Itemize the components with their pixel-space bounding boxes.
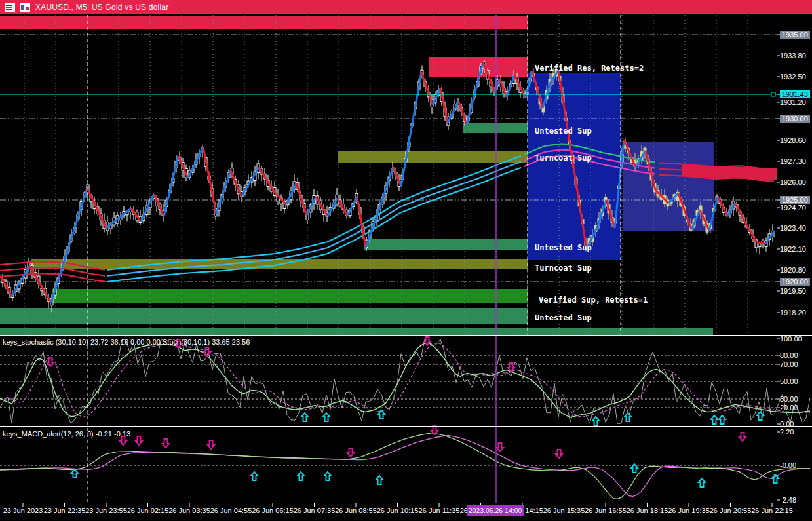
current-price-label[interactable]: 1931.43 — [780, 90, 810, 98]
zone-annotation: Turncoat Sup — [535, 153, 592, 163]
up-arrow-marker — [719, 415, 725, 424]
chart-type-icon[interactable] — [20, 3, 30, 12]
up-arrow-marker — [592, 417, 599, 425]
zone-verified-sup-1[interactable] — [52, 289, 528, 303]
price-axis-label[interactable]: 1922.10 — [780, 245, 806, 253]
price-axis-label[interactable]: 1935.00 — [780, 31, 810, 39]
time-axis-label[interactable]: 26 Jun 10:15 — [377, 507, 419, 514]
price-axis-label[interactable]: 1918.20 — [780, 309, 806, 317]
time-axis-label[interactable]: 26 Jun 18:15 — [627, 507, 668, 514]
price-axis-label[interactable]: 80.00 — [780, 351, 798, 359]
chart-title-bar: XAUUSD., M5: US Gold vs US dollar — [0, 0, 812, 14]
chart-canvas[interactable] — [0, 0, 812, 521]
chart-title: XAUUSD., M5: US Gold vs US dollar — [35, 3, 168, 12]
zone-untested-sup-2[interactable] — [364, 239, 528, 250]
stochastic-indicator-label: keys_stochastic (30,10,10) 23.72 36.16 0… — [3, 338, 250, 346]
time-axis-label[interactable]: 26 Jun 07:35 — [294, 507, 336, 514]
up-arrow-marker — [699, 478, 705, 487]
down-arrow-marker — [47, 358, 54, 366]
price-axis-label[interactable]: 1933.80 — [780, 52, 806, 60]
price-axis-label[interactable]: 1924.70 — [780, 204, 806, 212]
price-axis-label[interactable]: 1931.20 — [780, 98, 806, 106]
time-axis-label[interactable]: 23 Jun 2023 — [3, 507, 43, 514]
down-arrow-marker — [556, 450, 562, 458]
chart-list-icon[interactable] — [5, 3, 15, 12]
price-axis-label[interactable]: 70.00 — [780, 360, 798, 368]
price-axis-label[interactable]: 1932.50 — [780, 73, 806, 81]
time-axis-label[interactable]: 26 Jun 20:55 — [710, 507, 752, 514]
time-axis-label[interactable]: 26 Jun 19:35 — [668, 507, 710, 514]
time-axis-label[interactable]: 26 Jun 03:35 — [168, 507, 210, 514]
price-axis-label[interactable]: 1925.00 — [780, 196, 810, 204]
mt4-chart-window: XAUUSD., M5: US Gold vs US dollar keys_s… — [0, 0, 812, 521]
down-arrow-marker — [347, 448, 354, 457]
up-arrow-marker — [301, 413, 308, 421]
zone-untested-sup-3[interactable] — [0, 308, 528, 324]
up-arrow-marker — [757, 412, 764, 420]
time-axis-label[interactable]: 26 Jun 02:15 — [127, 507, 169, 514]
zone-annotation: Untested Sup — [535, 243, 592, 252]
price-axis-label[interactable]: 1923.40 — [780, 224, 806, 232]
price-axis-label[interactable]: 100.00 — [780, 335, 802, 343]
zone-untested-sup-1[interactable] — [463, 123, 528, 133]
price-axis-label[interactable]: 30.00 — [780, 395, 798, 403]
time-axis-label[interactable]: 23 Jun 23:55 — [85, 507, 127, 514]
time-axis-label[interactable]: 26 Jun 06:15 — [252, 507, 294, 514]
price-axis-label[interactable]: 1919.50 — [780, 287, 806, 295]
zone-turncoat-sup-1[interactable] — [338, 151, 528, 163]
zone-annotation: Verified Res, Retests=2 — [535, 64, 644, 73]
price-axis-label[interactable]: 20.00 — [780, 404, 798, 412]
price-axis-label[interactable]: -0.00 — [780, 461, 796, 469]
price-axis-label[interactable]: 2.20 — [780, 428, 794, 436]
up-arrow-marker — [323, 413, 330, 421]
down-arrow-marker — [497, 443, 503, 452]
price-axis-label[interactable]: 1926.00 — [780, 178, 806, 186]
price-axis-label[interactable]: 1920.80 — [780, 266, 806, 274]
time-axis-label[interactable]: 26 Jun 08:55 — [335, 507, 377, 514]
macd-indicator-label: keys_MACD_alert(12, 26, 9) -0.21 -0.13 — [3, 430, 130, 438]
time-axis-label[interactable]: 26 Jun 16:55 — [585, 507, 627, 514]
price-axis-label[interactable]: 1920.00 — [780, 278, 810, 286]
zone-verified-res-2[interactable] — [429, 57, 528, 77]
zone-annotation: Turncoat Sup — [535, 263, 592, 273]
price-line-handle — [771, 92, 775, 96]
up-arrow-marker — [711, 415, 718, 424]
time-cursor-label: 2023.06.26 14:00 — [467, 505, 524, 516]
down-arrow-marker — [208, 440, 214, 449]
down-arrow-marker — [739, 433, 746, 441]
time-axis-label[interactable]: 23 Jun 22:35 — [44, 507, 86, 514]
up-arrow-marker — [324, 472, 331, 480]
price-axis-label[interactable]: 1927.30 — [780, 157, 806, 165]
time-axis-label[interactable]: 26 Jun 22:15 — [751, 507, 793, 514]
time-axis-label[interactable]: 26 Jun 15:35 — [543, 507, 585, 514]
indicators-layer — [0, 337, 810, 499]
zone-verified-res-3[interactable] — [0, 16, 528, 29]
price-axis-label[interactable]: 50.00 — [780, 377, 798, 385]
down-arrow-marker — [163, 439, 169, 448]
zone-annotation: Verified Sup, Retests=1 — [539, 296, 648, 305]
down-arrow-marker — [136, 436, 142, 445]
up-arrow-marker — [376, 476, 383, 484]
up-arrow-marker — [71, 469, 78, 478]
price-axis-label[interactable]: -2.48 — [780, 496, 796, 504]
zone-annotation: Untested Sup — [535, 313, 592, 322]
price-axis-label[interactable]: 0.00 — [780, 420, 794, 428]
up-arrow-marker — [251, 472, 258, 480]
price-axis-label[interactable]: 1928.60 — [780, 136, 806, 144]
time-axis-label[interactable]: 26 Jun 11:35 — [419, 507, 460, 514]
up-arrow-marker — [625, 413, 631, 421]
price-axis-label[interactable]: 1930.00 — [780, 115, 810, 123]
zone-annotation: Untested Sup — [535, 126, 592, 136]
zone-untested-sup-4[interactable] — [0, 328, 713, 336]
time-axis-label[interactable]: 26 Jun 04:55 — [210, 507, 252, 514]
up-arrow-marker — [298, 472, 304, 480]
